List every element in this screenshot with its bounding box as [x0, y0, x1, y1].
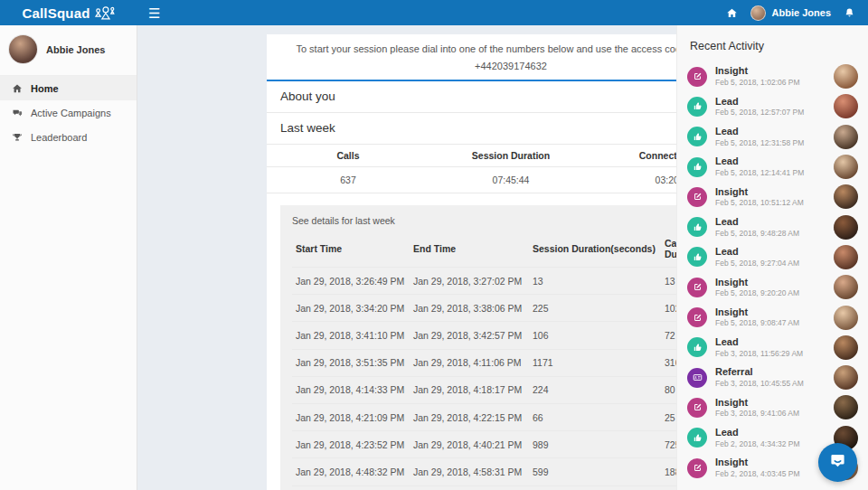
activity-timestamp: Feb 5, 2018, 12:14:41 PM [715, 169, 804, 178]
edit-icon [687, 278, 707, 297]
activity-item-lead[interactable]: LeadFeb 5, 2018, 12:14:41 PM [677, 152, 868, 182]
stat-header: Session Duration [429, 145, 592, 166]
home-icon [12, 83, 23, 94]
sidebar-item-leaderboard[interactable]: Leaderboard [0, 125, 137, 149]
activity-timestamp: Feb 5, 2018, 1:02:06 PM [715, 79, 800, 88]
activity-item-insight[interactable]: InsightFeb 5, 2018, 9:08:47 AM [677, 302, 868, 332]
hamburger-icon[interactable]: ☰ [148, 6, 160, 20]
activity-item-lead[interactable]: LeadFeb 5, 2018, 9:48:28 AM [677, 212, 868, 241]
avatar [834, 365, 858, 390]
activity-text: InsightFeb 5, 2018, 9:08:47 AM [715, 306, 799, 328]
phone-number: +442039174632 [475, 61, 547, 71]
table-row: Jan 29, 2018, 3:51:35 PMJan 29, 2018, 4:… [292, 349, 730, 376]
details-column-header: Session Duration(seconds) [529, 230, 661, 268]
table-cell: 66 [529, 403, 661, 430]
logo[interactable]: CallSquad [0, 5, 137, 21]
table-cell: Jan 29, 2018, 4:11:06 PM [410, 349, 529, 376]
sidebar-item-active-campaigns[interactable]: Active Campaigns [0, 100, 137, 125]
recent-activity-panel: Recent Activity InsightFeb 5, 2018, 1:02… [676, 25, 868, 490]
activity-text: InsightFeb 5, 2018, 9:20:20 AM [715, 277, 799, 298]
thumbs-up-icon [687, 127, 707, 146]
activity-timestamp: Feb 5, 2018, 9:20:20 AM [715, 289, 799, 298]
thumbs-up-icon [687, 247, 707, 267]
thumbs-up-icon [687, 217, 707, 237]
sidebar-menu: HomeActive CampaignsLeaderboard [0, 75, 137, 149]
bell-icon[interactable] [844, 7, 855, 19]
table-cell: Jan 29, 2018, 4:14:33 PM [292, 376, 410, 403]
sidebar-item-home[interactable]: Home [0, 76, 137, 100]
activity-item-lead[interactable]: LeadFeb 5, 2018, 12:31:58 PM [677, 122, 868, 152]
avatar [834, 64, 858, 89]
table-cell: 989 [529, 431, 661, 458]
user-name: Abbie Jones [772, 7, 831, 18]
trophy-icon [12, 132, 23, 143]
table-cell: Jan 29, 2018, 4:18:17 PM [410, 376, 529, 403]
activity-label: Insight [715, 65, 800, 77]
activity-text: LeadFeb 5, 2018, 12:57:07 PM [715, 96, 804, 118]
activity-item-insight[interactable]: InsightFeb 3, 2018, 9:41:06 AM [677, 392, 868, 422]
activity-timestamp: Feb 3, 2018, 10:45:55 AM [715, 380, 804, 389]
left-sidebar: Abbie Jones HomeActive CampaignsLeaderbo… [0, 25, 137, 490]
activity-text: ReferralFeb 3, 2018, 10:45:55 AM [715, 366, 804, 388]
activity-label: Insight [715, 186, 804, 198]
activity-item-insight[interactable]: InsightFeb 5, 2018, 10:51:12 AM [677, 182, 868, 212]
activity-label: Referral [715, 366, 804, 378]
activity-item-lead[interactable]: LeadFeb 5, 2018, 12:57:07 PM [677, 91, 868, 121]
table-row: Jan 29, 2018, 3:26:49 PMJan 29, 2018, 3:… [292, 268, 730, 295]
table-cell: Jan 29, 2018, 5:02:08 PM [410, 485, 529, 490]
table-cell: Jan 29, 2018, 4:23:52 PM [292, 431, 410, 458]
activity-item-insight[interactable]: InsightFeb 5, 2018, 1:02:06 PM [677, 61, 868, 91]
table-row: Jan 29, 2018, 4:14:33 PMJan 29, 2018, 4:… [292, 376, 730, 403]
sidebar-user-name: Abbie Jones [46, 44, 105, 55]
activity-label: Lead [715, 336, 803, 348]
table-cell: Jan 29, 2018, 3:38:06 PM [410, 295, 529, 322]
campaigns-icon [12, 108, 23, 118]
logo-text: CallSquad [22, 5, 90, 21]
sidebar-item-label: Home [31, 83, 59, 94]
details-title: See details for last week [292, 215, 730, 226]
activity-label: Lead [715, 155, 804, 167]
activity-label: Lead [715, 216, 799, 228]
activity-timestamp: Feb 3, 2018, 9:41:06 AM [715, 410, 799, 419]
details-column-header: End Time [410, 230, 529, 268]
table-row: Jan 29, 2018, 3:41:10 PMJan 29, 2018, 3:… [292, 322, 730, 349]
activity-timestamp: Feb 5, 2018, 12:57:07 PM [715, 108, 804, 118]
edit-icon [687, 307, 707, 327]
avatar [750, 5, 766, 21]
avatar [834, 94, 858, 118]
activity-label: Insight [715, 397, 799, 409]
activity-timestamp: Feb 2, 2018, 4:34:32 PM [715, 440, 800, 449]
avatar [834, 335, 858, 360]
home-icon[interactable] [726, 7, 738, 19]
activity-item-lead[interactable]: LeadFeb 5, 2018, 9:27:04 AM [677, 242, 868, 272]
table-cell: Jan 29, 2018, 4:21:09 PM [292, 403, 410, 430]
sidebar-item-label: Leaderboard [31, 132, 87, 143]
activity-text: InsightFeb 5, 2018, 10:51:12 AM [715, 186, 804, 208]
table-cell: Jan 29, 2018, 3:26:49 PM [292, 268, 410, 295]
recent-activity-title: Recent Activity [677, 25, 868, 61]
top-header: CallSquad ☰ Abbie Jones [0, 0, 868, 25]
sidebar-profile[interactable]: Abbie Jones [0, 25, 137, 75]
table-cell: 13 [529, 268, 661, 295]
avatar [834, 125, 858, 149]
id-card-icon [687, 368, 707, 388]
user-menu[interactable]: Abbie Jones [750, 5, 831, 21]
activity-item-referral[interactable]: ReferralFeb 3, 2018, 10:45:55 AM [677, 363, 868, 392]
thumbs-up-icon [687, 157, 707, 177]
activity-text: LeadFeb 5, 2018, 9:27:04 AM [715, 246, 799, 268]
table-cell: 224 [529, 376, 661, 403]
activity-text: LeadFeb 5, 2018, 9:48:28 AM [715, 216, 799, 238]
chat-launcher-button[interactable] [818, 443, 857, 482]
thumbs-up-icon [687, 428, 707, 448]
activity-label: Lead [715, 427, 800, 438]
activity-item-insight[interactable]: InsightFeb 5, 2018, 9:20:20 AM [677, 272, 868, 302]
topbar-right: Abbie Jones [726, 5, 868, 21]
table-cell: 1171 [529, 349, 661, 376]
activity-item-lead[interactable]: LeadFeb 3, 2018, 11:56:29 AM [677, 333, 868, 363]
table-cell: Jan 29, 2018, 3:41:10 PM [292, 322, 410, 349]
activity-label: Lead [715, 246, 799, 258]
activity-text: LeadFeb 5, 2018, 12:14:41 PM [715, 155, 804, 177]
sidebar-item-label: Active Campaigns [31, 108, 111, 118]
activity-text: LeadFeb 5, 2018, 12:31:58 PM [715, 126, 804, 147]
table-row: Jan 29, 2018, 4:23:52 PMJan 29, 2018, 4:… [292, 431, 730, 458]
